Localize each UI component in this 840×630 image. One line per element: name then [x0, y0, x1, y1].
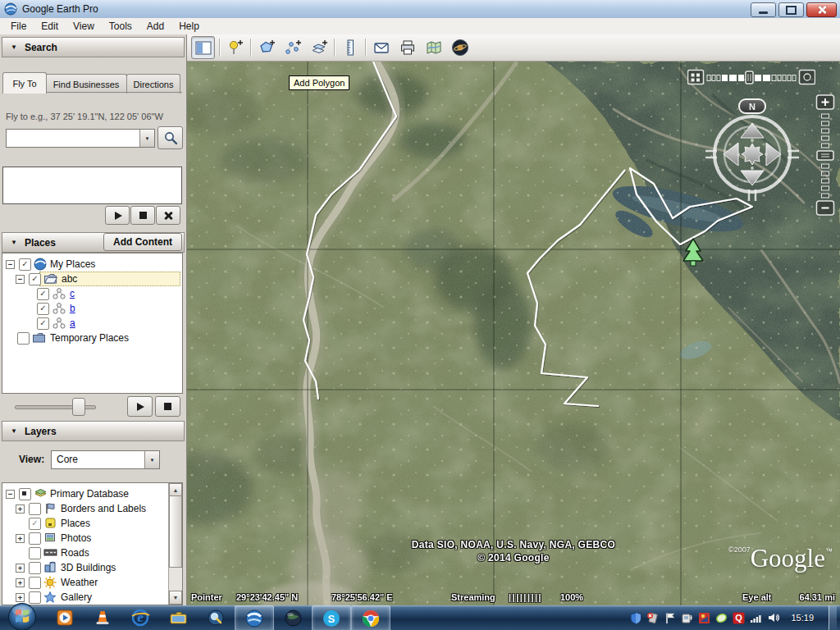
- collapse-box-icon[interactable]: −: [6, 490, 15, 499]
- primary-database-label[interactable]: Primary Database: [50, 488, 129, 500]
- scrollbar-thumb[interactable]: [169, 495, 182, 568]
- primary-database-checkbox[interactable]: [19, 488, 31, 500]
- restore-button[interactable]: [778, 2, 804, 17]
- menu-add[interactable]: Add: [139, 19, 171, 34]
- collapse-box-icon[interactable]: −: [16, 275, 25, 284]
- roads-label[interactable]: Roads: [61, 547, 89, 559]
- time-slider[interactable]: [687, 69, 815, 87]
- look-joystick[interactable]: [742, 144, 763, 165]
- places-play-button[interactable]: [127, 396, 153, 417]
- weather-checkbox[interactable]: [29, 577, 41, 589]
- search-panel-header[interactable]: ▼ Search: [2, 37, 185, 57]
- menu-tools[interactable]: Tools: [102, 19, 139, 34]
- show-desktop-button[interactable]: [829, 605, 837, 630]
- search-play-button[interactable]: [105, 206, 130, 225]
- tree-row-primary-database[interactable]: − Primary Database: [2, 486, 182, 501]
- email-button[interactable]: [370, 37, 392, 58]
- menu-edit[interactable]: Edit: [34, 19, 66, 34]
- a-label[interactable]: a: [70, 317, 75, 329]
- taskbar-photo-viewer[interactable]: [197, 605, 235, 630]
- view-dropdown-button[interactable]: ▼: [144, 451, 159, 468]
- tree-row-3d-buildings[interactable]: + 3D Buildings: [2, 560, 182, 575]
- my-places-checkbox[interactable]: ✓: [19, 258, 31, 271]
- menu-file[interactable]: File: [3, 19, 34, 34]
- photos-label[interactable]: Photos: [61, 532, 91, 544]
- print-button[interactable]: [396, 37, 418, 58]
- places-stop-button[interactable]: [155, 396, 180, 417]
- taskbar-chrome[interactable]: [351, 605, 390, 630]
- buildings-checkbox[interactable]: [29, 562, 41, 574]
- pan-down-arrow[interactable]: [741, 171, 764, 185]
- tab-find-businesses[interactable]: Find Businesses: [45, 74, 127, 94]
- pan-up-arrow[interactable]: [741, 123, 764, 138]
- volume-icon[interactable]: [767, 612, 779, 624]
- b-checkbox[interactable]: ✓: [37, 303, 49, 315]
- tree-row-roads[interactable]: Roads: [2, 546, 182, 560]
- tab-directions[interactable]: Directions: [126, 74, 180, 94]
- expand-box-icon[interactable]: +: [16, 593, 25, 602]
- tree-row-c[interactable]: ✓ c: [2, 286, 182, 301]
- expand-box-icon[interactable]: +: [16, 534, 25, 543]
- c-label[interactable]: c: [70, 288, 75, 299]
- switch-planets-button[interactable]: [449, 37, 471, 58]
- expand-box-icon[interactable]: +: [16, 504, 25, 514]
- scroll-down-button[interactable]: ▼: [169, 591, 182, 605]
- collapse-box-icon[interactable]: −: [6, 260, 15, 269]
- expand-box-icon[interactable]: +: [16, 578, 25, 587]
- places-layer-checkbox[interactable]: ✓: [29, 518, 41, 530]
- search-clear-button[interactable]: [156, 206, 180, 225]
- temporary-places-label[interactable]: Temporary Places: [50, 332, 129, 344]
- title-bar[interactable]: Google Earth Pro: [0, 0, 840, 19]
- taskbar-dark-globe[interactable]: [274, 605, 312, 630]
- search-stop-button[interactable]: [130, 206, 155, 225]
- tree-row-photos[interactable]: + Photos: [2, 531, 182, 546]
- places-panel-header[interactable]: ▼ Places Add Content: [2, 232, 185, 253]
- taskbar-google-earth[interactable]: [235, 605, 274, 630]
- tab-fly-to[interactable]: Fly To: [2, 72, 47, 94]
- buildings-label[interactable]: 3D Buildings: [61, 562, 116, 573]
- security-shield-icon[interactable]: [629, 612, 641, 624]
- menu-view[interactable]: View: [66, 19, 102, 34]
- borders-labels-checkbox[interactable]: [29, 503, 41, 515]
- graphics-utility-icon[interactable]: [698, 612, 710, 624]
- notes-leaf-icon[interactable]: [715, 612, 728, 624]
- zoom-handle[interactable]: [817, 151, 833, 160]
- tree-row-weather[interactable]: + Weather: [2, 575, 182, 590]
- tree-row-temporary-places[interactable]: Temporary Places: [2, 331, 182, 345]
- qq-icon[interactable]: Q: [733, 612, 745, 624]
- layers-scrollbar[interactable]: ▲ ▼: [168, 483, 182, 605]
- expand-box-icon[interactable]: +: [16, 564, 25, 573]
- places-layer-label[interactable]: Places: [61, 518, 90, 529]
- temporary-places-checkbox[interactable]: [17, 332, 30, 345]
- time-slider-handle[interactable]: [746, 71, 753, 84]
- borders-labels-label[interactable]: Borders and Labels: [61, 503, 146, 514]
- tree-row-borders-labels[interactable]: + Borders and Labels: [2, 501, 182, 516]
- taskbar-media-player[interactable]: [46, 605, 84, 630]
- taskbar-internet-explorer[interactable]: e: [121, 605, 159, 630]
- a-checkbox[interactable]: ✓: [37, 317, 49, 330]
- toggle-sidebar-button[interactable]: [191, 36, 215, 59]
- photos-checkbox[interactable]: [29, 532, 41, 545]
- safely-remove-icon[interactable]: [646, 612, 659, 624]
- fly-to-input[interactable]: [7, 130, 140, 146]
- time-slider-right-button[interactable]: [800, 71, 815, 84]
- minimize-button[interactable]: [751, 2, 776, 17]
- ruler-button[interactable]: [339, 37, 361, 58]
- tree-row-b[interactable]: ✓ b: [2, 301, 182, 316]
- taskbar-clock[interactable]: 15:19: [791, 613, 814, 623]
- action-center-flag-icon[interactable]: [664, 612, 676, 624]
- tree-row-a[interactable]: ✓ a: [2, 316, 182, 331]
- c-checkbox[interactable]: ✓: [37, 288, 49, 300]
- map-viewport[interactable]: Add Polygon: [187, 62, 840, 605]
- taskbar-vlc[interactable]: [84, 605, 121, 630]
- tree-row-my-places[interactable]: − ✓ My Places: [2, 257, 182, 272]
- abc-checkbox[interactable]: ✓: [29, 273, 41, 285]
- add-image-overlay-button[interactable]: [308, 37, 330, 58]
- view-select[interactable]: Core ▼: [51, 450, 160, 469]
- network-plug-icon[interactable]: [681, 612, 693, 624]
- tree-row-abc[interactable]: − ✓ abc: [2, 272, 182, 286]
- add-content-button[interactable]: Add Content: [103, 233, 182, 251]
- time-slider-left-button[interactable]: [688, 71, 704, 84]
- add-path-button[interactable]: [281, 37, 304, 58]
- taskbar-skype[interactable]: S: [312, 605, 351, 630]
